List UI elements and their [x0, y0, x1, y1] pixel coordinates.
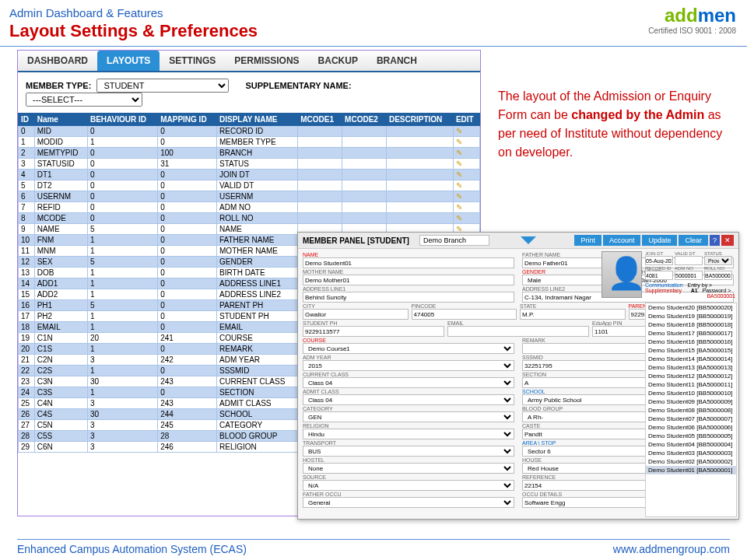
- input-curclass_l[interactable]: Class 04: [303, 377, 514, 388]
- breadcrumb: Admin Dashboard & Features: [9, 6, 738, 19]
- branch-select[interactable]: Demo Branch: [419, 235, 489, 246]
- record-id-input[interactable]: [645, 271, 673, 280]
- clear-button[interactable]: Clear: [679, 235, 708, 246]
- table-row: 6USERNM00USERNM✎: [19, 191, 480, 202]
- col-edit: EDIT: [453, 114, 479, 126]
- student-list-item[interactable]: Demo Student02 [BA5000002]: [646, 457, 736, 466]
- input-name_l[interactable]: [303, 257, 514, 268]
- field-name_l: NAME: [303, 252, 514, 268]
- edit-icon[interactable]: ✎: [456, 170, 462, 179]
- input-category_l[interactable]: GEN: [303, 411, 514, 422]
- table-row: 7REFID00ADM NO✎: [19, 202, 480, 213]
- field-curclass_l: CURRENT CLASSClass 04: [303, 372, 514, 388]
- status-select[interactable]: Provisior: [704, 256, 732, 265]
- edit-icon[interactable]: ✎: [456, 127, 462, 135]
- field-addr1_l: ADDRESS LINE1: [303, 286, 514, 303]
- table-row: 8MCODE00ROLL NO✎: [19, 213, 480, 224]
- input-pin_l[interactable]: [412, 309, 517, 320]
- table-row: 2MEMTYPID0100BRANCH✎: [19, 148, 480, 159]
- student-list-item[interactable]: Demo Student05 [BB5000005]: [646, 432, 736, 440]
- page-title: Layout Settings & Preferences: [9, 21, 738, 41]
- input-addr1_l[interactable]: [303, 292, 514, 303]
- col-mcode2: MCODE2: [342, 114, 387, 126]
- dropdown-indicator-icon[interactable]: [521, 236, 536, 244]
- student-list-item[interactable]: Demo Student11 [BA5000011]: [646, 380, 736, 389]
- field-sph_l: STUDENT PH: [303, 320, 444, 337]
- print-button[interactable]: Print: [574, 235, 601, 246]
- input-admyear_l[interactable]: 2015: [303, 360, 514, 371]
- field-hostel_l: HOSTELNone: [303, 457, 514, 474]
- logo-cert: Certified ISO 9001 : 2008: [648, 26, 736, 35]
- student-list-item[interactable]: Demo Student17 [BB5000017]: [646, 329, 736, 338]
- footer-right[interactable]: www.addmengroup.com: [613, 543, 730, 555]
- student-list-item[interactable]: Demo Student09 [BA5000009]: [646, 397, 736, 406]
- col-behaviour-id: BEHAVIOUR ID: [87, 114, 157, 126]
- student-list-item[interactable]: Demo Student10 [BB5000010]: [646, 389, 736, 397]
- roll-no-input[interactable]: [704, 271, 732, 280]
- tab-dashboard[interactable]: DASHBOARD: [18, 51, 97, 71]
- tab-branch[interactable]: BRANCH: [367, 51, 426, 71]
- input-sph_l[interactable]: [303, 326, 444, 337]
- input-admclass_l[interactable]: Class 04: [303, 394, 514, 405]
- col-name: Name: [34, 114, 87, 126]
- close-button[interactable]: ✕: [721, 235, 734, 246]
- side-note: The layout of the Admission or Enquiry F…: [498, 87, 731, 162]
- student-list[interactable]: Demo Student20 [BB5000020]Demo Student19…: [645, 303, 737, 517]
- student-list-item[interactable]: Demo Student01 [BA5000001]: [646, 466, 736, 474]
- student-list-item[interactable]: Demo Student19 [BB5000019]: [646, 312, 736, 320]
- tab-permissions[interactable]: PERMISSIONS: [225, 51, 308, 71]
- input-transport_l[interactable]: BUS: [303, 446, 514, 457]
- input-course_l[interactable]: Demo Course1: [303, 343, 514, 354]
- help-button[interactable]: ?: [710, 235, 720, 246]
- edit-icon[interactable]: ✎: [456, 149, 462, 157]
- field-city_l: CITY: [303, 303, 409, 320]
- meta-box: JOIN DTVALID DTSTATUSProvisior RECORD ID…: [645, 251, 735, 299]
- valid-dt-input[interactable]: [675, 256, 703, 265]
- input-mother_l[interactable]: [303, 275, 514, 285]
- adm-no-input[interactable]: [675, 271, 703, 280]
- col-mcode1: MCODE1: [298, 114, 342, 126]
- input-city_l[interactable]: [303, 309, 409, 320]
- field-pin_l: PINCODE: [412, 303, 517, 320]
- input-email_l[interactable]: [447, 326, 589, 337]
- student-list-item[interactable]: Demo Student04 [BB5000004]: [646, 440, 736, 449]
- table-row: 4DT100JOIN DT✎: [19, 170, 480, 180]
- student-list-item[interactable]: Demo Student06 [BA5000006]: [646, 423, 736, 432]
- supplementary-name-select[interactable]: ---SELECT---: [26, 93, 142, 107]
- join-dt-input[interactable]: [645, 256, 673, 265]
- edit-icon[interactable]: ✎: [456, 159, 462, 168]
- input-religion_l[interactable]: Hindu: [303, 429, 514, 439]
- edit-icon[interactable]: ✎: [456, 203, 462, 212]
- input-foccu_l[interactable]: General: [303, 497, 514, 508]
- update-button[interactable]: Update: [642, 235, 677, 246]
- tab-layouts[interactable]: LAYOUTS: [97, 51, 160, 71]
- edit-icon[interactable]: ✎: [456, 192, 462, 201]
- student-list-item[interactable]: Demo Student20 [BB5000020]: [646, 303, 736, 312]
- overlay-title: MEMBER PANEL [STUDENT]: [303, 236, 419, 245]
- student-list-item[interactable]: Demo Student13 [BA5000013]: [646, 363, 736, 372]
- student-list-item[interactable]: Demo Student08 [BB5000008]: [646, 406, 736, 415]
- col-mapping-id: MAPPING ID: [158, 114, 217, 126]
- tab-backup[interactable]: BACKUP: [309, 51, 367, 71]
- edit-icon[interactable]: ✎: [456, 214, 462, 222]
- logo: addmen Certified ISO 9001 : 2008: [648, 5, 736, 35]
- student-list-item[interactable]: Demo Student18 [BB5000018]: [646, 320, 736, 329]
- student-list-item[interactable]: Demo Student07 [BA5000007]: [646, 415, 736, 423]
- member-type-label: MEMBER TYPE:: [26, 81, 91, 90]
- field-religion_l: RELIGIONHindu: [303, 423, 514, 439]
- student-list-item[interactable]: Demo Student03 [BA5000003]: [646, 449, 736, 457]
- edit-icon[interactable]: ✎: [456, 138, 462, 146]
- input-source_l[interactable]: N/A: [303, 480, 514, 491]
- member-type-select[interactable]: STUDENT: [96, 79, 229, 93]
- edit-icon[interactable]: ✎: [456, 181, 462, 190]
- input-hostel_l[interactable]: None: [303, 463, 514, 474]
- tab-settings[interactable]: SETTINGS: [160, 51, 225, 71]
- col-display-name: DISPLAY NAME: [217, 114, 298, 126]
- student-list-item[interactable]: Demo Student12 [BA5000012]: [646, 372, 736, 380]
- table-row: 5DT200VALID DT✎: [19, 180, 480, 191]
- account-button[interactable]: Account: [603, 235, 641, 246]
- input-state_l[interactable]: [520, 309, 626, 320]
- student-list-item[interactable]: Demo Student14 [BA5000014]: [646, 355, 736, 363]
- student-list-item[interactable]: Demo Student15 [BA5000015]: [646, 346, 736, 355]
- student-list-item[interactable]: Demo Student16 [BB5000016]: [646, 338, 736, 346]
